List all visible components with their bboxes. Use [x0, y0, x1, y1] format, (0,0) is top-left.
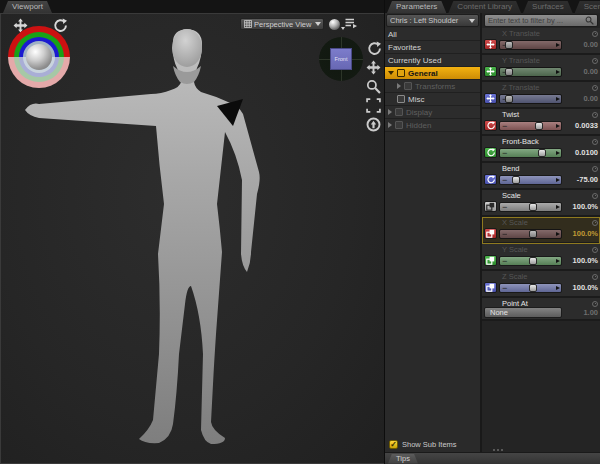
slider-handle[interactable] — [535, 122, 543, 130]
caret-right-icon[interactable] — [388, 109, 392, 115]
slider-track[interactable]: − — [499, 175, 562, 185]
trackball-blue-ring[interactable] — [19, 37, 59, 77]
slider-handle[interactable] — [529, 257, 537, 265]
node-selector[interactable]: Chris : Left Shoulder — [386, 14, 479, 27]
frame-icon[interactable] — [366, 98, 381, 113]
slider-track[interactable]: − — [499, 202, 562, 212]
group-item-hidden[interactable]: Hidden — [385, 119, 480, 132]
slider-track[interactable]: − — [499, 256, 562, 266]
orbit-icon[interactable] — [366, 41, 381, 56]
filter-search-input[interactable] — [488, 16, 585, 25]
slider-handle[interactable] — [505, 95, 513, 103]
gear-icon[interactable] — [592, 193, 598, 199]
slider-row-y-translate: Y Translate − 0.00 — [482, 55, 600, 82]
gear-icon[interactable] — [592, 274, 598, 280]
scale-icon — [484, 201, 497, 212]
figure-3d-model[interactable] — [1, 14, 384, 464]
gear-icon[interactable] — [592, 58, 598, 64]
group-item-misc[interactable]: Misc — [385, 93, 480, 106]
slider-track[interactable]: − — [499, 40, 562, 50]
filter-search-field[interactable] — [484, 14, 598, 27]
caret-down-icon[interactable] — [388, 71, 394, 75]
slider-track[interactable]: − — [499, 148, 562, 158]
view-cube-widget[interactable]: Front — [319, 37, 363, 81]
view-cube-front-face[interactable]: Front — [330, 48, 352, 70]
sliders-empty-area — [482, 321, 600, 452]
rotate-icon — [484, 174, 497, 185]
pan-icon[interactable] — [366, 60, 381, 75]
viewport-options-icon[interactable] — [345, 15, 358, 33]
parameters-pane: Parameters Content Library Surfaces Scen… — [384, 0, 600, 464]
trackball-green-ring[interactable] — [14, 32, 64, 82]
app-window: Viewport — [0, 0, 600, 464]
splitter-grip[interactable] — [493, 449, 503, 451]
point-at-none-button[interactable]: None — [484, 307, 562, 318]
slider-track[interactable]: − — [499, 67, 562, 77]
translate-icon — [484, 39, 497, 50]
viewport-pane: Viewport — [0, 0, 384, 464]
slider-track[interactable]: − — [499, 283, 562, 293]
gear-icon[interactable] — [592, 220, 598, 226]
slider-row-x-translate: X Translate − 0.00 — [482, 28, 600, 55]
node-selector-label: Chris : Left Shoulder — [390, 16, 467, 25]
trackball-inner-ring[interactable] — [23, 41, 55, 73]
caret-right-icon[interactable] — [388, 122, 392, 128]
group-item-favorites[interactable]: Favorites — [385, 41, 480, 54]
slider-handle[interactable] — [538, 149, 546, 157]
translate-icon — [484, 66, 497, 77]
viewport-canvas[interactable]: Perspective View Front — [0, 13, 384, 464]
gear-icon[interactable] — [592, 139, 598, 145]
viewport-side-tools — [366, 41, 381, 132]
tab-scene[interactable]: Scene — [575, 1, 600, 13]
chevron-down-icon — [469, 19, 475, 23]
slider-handle[interactable] — [529, 203, 537, 211]
slider-track[interactable]: − — [499, 121, 562, 131]
group-item-all[interactable]: All — [385, 28, 480, 41]
tips-tab[interactable]: Tips — [388, 454, 418, 464]
tab-surfaces[interactable]: Surfaces — [523, 1, 573, 13]
viewport-topbar: Perspective View — [240, 15, 358, 33]
gear-icon[interactable] — [592, 31, 598, 37]
group-icon — [397, 95, 405, 103]
translate-icon — [484, 93, 497, 104]
slider-row-bend: Bend − -75.00 — [482, 163, 600, 190]
tab-viewport[interactable]: Viewport — [3, 1, 52, 13]
slider-track[interactable]: − — [499, 94, 562, 104]
slider-row-z-translate: Z Translate − 0.00 — [482, 82, 600, 109]
camera-selector[interactable]: Perspective View — [240, 18, 324, 30]
gear-icon[interactable] — [592, 247, 598, 253]
slider-row-front-back: Front-Back − 0.0100 — [482, 136, 600, 163]
slider-row-y-scale: Y Scale − 100.0% — [482, 244, 600, 271]
gear-icon[interactable] — [592, 166, 598, 172]
slider-row-twist: Twist − 0.0033 — [482, 109, 600, 136]
group-item-general[interactable]: General — [385, 67, 480, 80]
show-sub-items-row[interactable]: ✓ Show Sub Items — [385, 437, 480, 452]
group-icon — [397, 69, 405, 77]
tab-content-library[interactable]: Content Library — [448, 1, 521, 13]
slider-track[interactable]: − — [499, 229, 562, 239]
grid-icon — [244, 20, 252, 28]
gear-icon[interactable] — [592, 85, 598, 91]
slider-handle[interactable] — [529, 284, 537, 292]
scale-icon — [484, 282, 497, 293]
slider-handle[interactable] — [505, 68, 513, 76]
zoom-icon[interactable] — [366, 79, 381, 94]
group-item-display[interactable]: Display — [385, 106, 480, 119]
trackball-sphere[interactable] — [26, 44, 52, 70]
slider-handle[interactable] — [512, 176, 520, 184]
home-icon[interactable] — [366, 117, 381, 132]
group-item-currently-used[interactable]: Currently Used — [385, 54, 480, 67]
gear-icon[interactable] — [592, 301, 598, 307]
group-icon — [395, 121, 403, 129]
slider-handle[interactable] — [529, 230, 537, 238]
parameter-groups-column: Chris : Left Shoulder All Favorites Curr… — [385, 13, 482, 452]
tab-parameters[interactable]: Parameters — [387, 1, 446, 13]
draw-style-sphere-icon[interactable] — [329, 19, 340, 30]
panel-tabbar: Parameters Content Library Surfaces Scen… — [385, 0, 600, 13]
gear-icon[interactable] — [592, 112, 598, 118]
group-item-transforms[interactable]: Transforms — [385, 80, 480, 93]
slider-handle[interactable] — [505, 41, 513, 49]
caret-right-icon[interactable] — [397, 83, 401, 89]
show-sub-items-checkbox[interactable]: ✓ — [389, 440, 398, 449]
trackball-rotate-widget[interactable] — [8, 26, 70, 88]
